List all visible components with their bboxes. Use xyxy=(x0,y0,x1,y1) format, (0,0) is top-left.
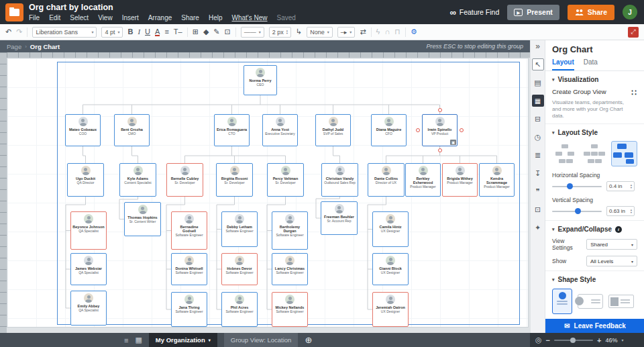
org-node[interactable]: Bent Grozha CMO xyxy=(114,114,150,146)
undo-icon[interactable]: ↶ xyxy=(5,28,11,36)
settings-wrench-icon[interactable]: ⚙ xyxy=(411,28,417,36)
org-node[interactable]: Kyle Adams Content Specialist xyxy=(119,163,156,197)
create-group-view-link[interactable]: Create Group View xyxy=(552,88,606,95)
org-node[interactable]: Erica Romaguera CTO xyxy=(214,114,250,146)
magnet-icon[interactable]: ∩ xyxy=(384,28,390,36)
share-button[interactable]: Share xyxy=(568,5,614,20)
tab-group-view-location[interactable]: Group View: Location xyxy=(224,333,299,347)
notes-icon[interactable]: ▤ xyxy=(532,77,544,89)
redo-icon[interactable]: ↷ xyxy=(16,28,22,36)
org-node[interactable]: Diana Maguire CFO xyxy=(371,114,407,146)
page-grid-icon[interactable]: ▦ xyxy=(135,336,142,344)
zoom-in-icon[interactable]: + xyxy=(597,336,601,344)
line-width-stepper[interactable]: 2 px ▴▾ xyxy=(269,27,291,38)
org-node[interactable]: Bartholemy Durgan Software Engineer xyxy=(272,211,308,250)
org-node[interactable]: Jeremiah Oatron UX Designer xyxy=(372,292,409,327)
shape-option-horizontal-card[interactable] xyxy=(578,294,603,309)
canvas[interactable]: Norma Perry CEO Mateo Gobeaux COO Bent G… xyxy=(7,58,530,333)
slides-icon[interactable]: ⊟ xyxy=(532,113,544,125)
cards-icon[interactable]: ▦ xyxy=(532,95,544,107)
zoom-chevron-icon[interactable]: ▾ xyxy=(622,338,624,342)
line-style-select[interactable]: ——▾ xyxy=(241,27,264,38)
menu-item-edit[interactable]: Edit xyxy=(49,14,60,21)
page-list-icon[interactable]: ≡ xyxy=(124,336,128,344)
org-node[interactable]: Lancy Christmas Software Engineer xyxy=(272,253,308,285)
comments-icon[interactable]: ❞ xyxy=(532,185,544,197)
menu-item-what-s-new[interactable]: What's New xyxy=(232,14,268,21)
org-node[interactable]: Jana Thring Software Engineer xyxy=(171,292,207,327)
magic-wand-icon[interactable]: ✦ xyxy=(532,221,544,234)
org-node[interactable]: Bernelle Cubley Sr. Developer xyxy=(166,163,203,197)
vertical-spacing-stepper[interactable]: 0.63 in ▴▾ xyxy=(606,206,635,216)
org-node[interactable]: Kendra Scrammage Product Manager xyxy=(479,163,515,197)
tab-data[interactable]: Data xyxy=(584,58,598,70)
org-node[interactable]: Gianni Block UX Designer xyxy=(372,253,409,285)
vertical-spacing-slider[interactable] xyxy=(552,211,602,212)
leave-feedback-button[interactable]: ✉ Leave Feedback xyxy=(545,319,644,333)
org-node[interactable]: Thomas Hopkins Sr. Content Writer xyxy=(124,202,161,236)
org-node[interactable]: Hobnes Devor Software Engineer xyxy=(221,253,258,285)
lock-icon[interactable]: ⊓ xyxy=(394,28,400,36)
connection-handle[interactable] xyxy=(460,128,464,132)
font-size-select[interactable]: 4 pt▾ xyxy=(101,27,123,38)
swap-arrows-icon[interactable]: ⇄ xyxy=(360,28,366,36)
connection-handle[interactable] xyxy=(416,128,420,132)
org-node[interactable]: Christian Vandy Outbound Sales Rep xyxy=(321,163,358,197)
shape-options-icon[interactable]: ⊡ xyxy=(225,28,231,36)
breadcrumb-page[interactable]: Page xyxy=(7,43,21,50)
info-icon[interactable]: i xyxy=(615,226,622,233)
add-page-icon[interactable]: ⊕ xyxy=(305,335,312,345)
org-node[interactable]: Camila Hintz UX Designer xyxy=(372,211,409,247)
layout-style-header[interactable]: ▾ Layout Style xyxy=(552,129,637,136)
org-node[interactable]: Ugo Duckit QA Director xyxy=(67,163,104,197)
org-node[interactable]: Phil Acres Software Engineer xyxy=(221,292,258,327)
layers-icon[interactable]: ≣ xyxy=(532,149,544,161)
layout-option-1[interactable] xyxy=(552,141,578,166)
org-node[interactable]: Bernadine Godsell Software Engineer xyxy=(171,211,207,250)
org-node[interactable]: Dante Collins Director of UX xyxy=(368,163,405,197)
org-node[interactable]: Percy Veltman Sr. Developer xyxy=(267,163,304,197)
org-node[interactable]: Freeman Beuhler Sr. Account Rep xyxy=(321,201,358,235)
org-node[interactable]: Irwin Spinello VP Product ▣ xyxy=(422,114,458,146)
org-node[interactable]: Emily Abbey QA Specialist xyxy=(70,291,107,326)
arrowhead-select[interactable]: –▸▾ xyxy=(337,27,356,38)
menu-item-help[interactable]: Help xyxy=(209,14,223,21)
org-node[interactable]: Anna Yost Executive Secretary xyxy=(262,114,298,146)
present-button[interactable]: ▶ Present xyxy=(507,5,559,20)
org-node[interactable]: Dathyl Judd SVP of Sales xyxy=(315,114,351,146)
user-avatar[interactable]: J xyxy=(623,5,637,19)
collapse-panel-icon[interactable]: » xyxy=(535,40,540,52)
connection-handle[interactable] xyxy=(438,148,442,152)
show-select[interactable]: All Levels▾ xyxy=(586,256,637,266)
chat-shapes-icon[interactable]: ⊡ xyxy=(532,203,544,215)
layout-option-2[interactable] xyxy=(582,141,608,166)
app-logo-icon[interactable] xyxy=(5,3,23,21)
zoom-fit-icon[interactable]: ◎ xyxy=(535,336,542,344)
menu-item-select[interactable]: Select xyxy=(70,14,89,21)
org-node[interactable]: Beyonce Johnson QA Specialist xyxy=(70,211,107,250)
connector-style-select[interactable]: None▾ xyxy=(307,27,333,38)
org-node[interactable]: Brigida Withey Product Manager xyxy=(442,163,478,197)
zoom-slider[interactable] xyxy=(554,340,593,341)
menu-item-share[interactable]: Share xyxy=(181,14,199,21)
org-node[interactable]: Mateo Gobeaux COO xyxy=(65,114,101,146)
text-color-icon[interactable]: A xyxy=(155,28,160,36)
org-node[interactable]: Norma Perry CEO xyxy=(244,65,277,95)
tab-my-organization[interactable]: My Organization ▾ xyxy=(149,333,217,347)
text-options-icon[interactable]: T– xyxy=(174,28,182,36)
shape-option-photo-card-selected[interactable] xyxy=(552,289,572,314)
menu-item-arrange[interactable]: Arrange xyxy=(148,14,172,21)
menu-item-file[interactable]: File xyxy=(29,14,40,21)
table-icon[interactable]: ⊞ xyxy=(193,28,199,36)
connection-handle[interactable] xyxy=(438,108,442,112)
select-tool-icon[interactable]: ↖ xyxy=(532,58,544,70)
underline-icon[interactable]: U xyxy=(145,28,150,36)
org-node[interactable]: Debby Letham Software Engineer xyxy=(221,211,258,247)
view-settings-select[interactable]: Shared▾ xyxy=(586,239,637,250)
document-title[interactable]: Org chart by location xyxy=(29,3,296,12)
expand-collapse-header[interactable]: ▾ Expand/Collapse i xyxy=(552,226,637,233)
menu-item-insert[interactable]: Insert xyxy=(122,14,139,21)
menu-item-view[interactable]: View xyxy=(98,14,113,21)
zoom-level[interactable]: 46% xyxy=(605,337,617,344)
org-node[interactable]: Berkley Esherwood Product Manager xyxy=(405,163,441,197)
